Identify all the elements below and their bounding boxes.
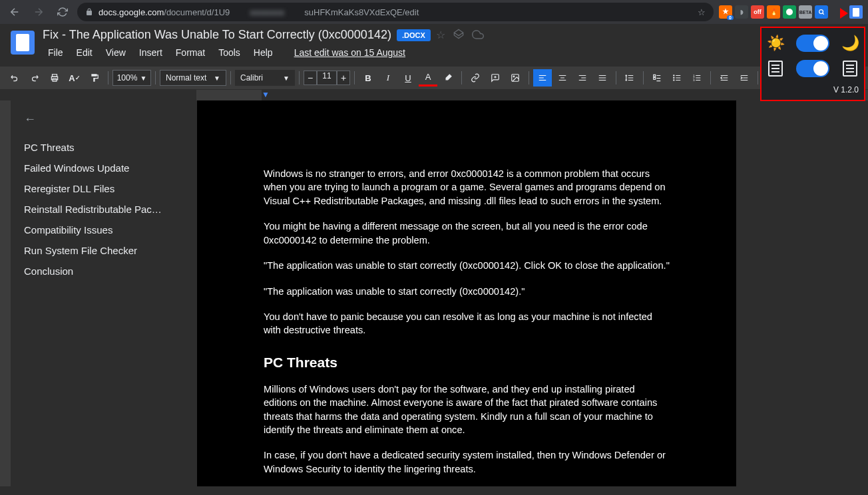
font-select[interactable]: Calibri▼	[235, 70, 295, 86]
star-document-icon[interactable]: ☆	[436, 29, 445, 41]
undo-button[interactable]	[5, 69, 24, 86]
paragraph[interactable]: "The application was unable to start cor…	[264, 285, 670, 298]
chevron-down-icon: ▼	[214, 75, 220, 82]
checklist-button[interactable]	[648, 69, 666, 86]
align-justify-button[interactable]	[593, 69, 612, 86]
menu-insert[interactable]: Insert	[134, 45, 168, 61]
comment-button[interactable]	[486, 69, 505, 86]
svg-point-10	[674, 77, 674, 78]
menu-bar: File Edit View Insert Format Tools Help …	[43, 45, 857, 61]
paint-format-button[interactable]	[85, 69, 104, 86]
zoom-select[interactable]: 100%▼	[112, 70, 151, 86]
numbered-list-button[interactable]: 123	[688, 69, 706, 86]
paragraph[interactable]: In case, if you don't have a dedicated s…	[264, 448, 670, 476]
indent-decrease-button[interactable]	[715, 69, 734, 86]
paragraph[interactable]: You might be having a different message …	[264, 220, 670, 247]
svg-rect-7	[654, 75, 656, 77]
redo-button[interactable]	[25, 69, 44, 86]
moon-icon: 🌙	[841, 35, 859, 52]
document-canvas[interactable]: Windows is no stranger to errors, and er…	[197, 100, 868, 486]
last-edit-link[interactable]: Last edit was on 15 August	[289, 45, 411, 61]
outline-item[interactable]: Compatibility Issues	[24, 220, 184, 240]
outline-item[interactable]: Reinstall Redistributable Pac…	[24, 199, 184, 220]
menu-tools[interactable]: Tools	[213, 45, 246, 61]
darkmode-toggle[interactable]	[796, 35, 829, 52]
extension-beta-icon[interactable]: BETA	[799, 5, 812, 19]
page-toggle[interactable]	[796, 60, 829, 77]
document-title[interactable]: Fix - The Application Was Unable To Star…	[43, 28, 391, 42]
address-bar[interactable]: docs.google.com/document/d/1U9xxxxxxxxsu…	[77, 3, 714, 21]
lock-icon	[85, 8, 93, 16]
extension-icon-1[interactable]: 0	[719, 5, 732, 19]
extension-version: V 1.2.0	[767, 85, 859, 94]
paragraph[interactable]: Millions of Windows users don't pay for …	[264, 383, 670, 437]
heading-2[interactable]: PC Threats	[264, 355, 670, 371]
indent-increase-button[interactable]	[735, 69, 754, 86]
paragraph[interactable]: You don't have to panic because you can …	[264, 310, 670, 337]
image-button[interactable]	[506, 69, 525, 86]
move-document-icon[interactable]	[453, 29, 464, 41]
font-size-decrease[interactable]: −	[304, 71, 317, 85]
bookmark-star-icon[interactable]: ☆	[698, 7, 706, 17]
vertical-ruler[interactable]	[0, 100, 11, 486]
reload-button[interactable]	[53, 3, 72, 21]
paragraph[interactable]: Windows is no stranger to errors, and er…	[264, 167, 670, 208]
menu-file[interactable]: File	[43, 45, 69, 61]
docs-extension-icon[interactable]	[849, 5, 863, 19]
underline-button[interactable]: U	[399, 69, 417, 86]
menu-help[interactable]: Help	[248, 45, 278, 61]
svg-point-0	[786, 9, 793, 15]
outline-item[interactable]: Run System File Checker	[24, 240, 184, 261]
outline-item[interactable]: Conclusion	[24, 261, 184, 281]
toolbar: A✓ 100%▼ Normal text▼ Calibri▼ − 11 + B …	[0, 66, 868, 90]
page-light-icon	[767, 60, 784, 77]
text-color-button[interactable]: A	[419, 69, 437, 86]
back-button[interactable]	[5, 3, 24, 21]
svg-text:3: 3	[693, 79, 695, 82]
svg-rect-8	[654, 77, 656, 79]
extension-icon-2[interactable]: ◗	[735, 5, 748, 19]
align-center-button[interactable]	[553, 69, 572, 86]
spellcheck-button[interactable]: A✓	[65, 69, 84, 86]
extension-off-icon[interactable]: off	[751, 5, 764, 19]
docs-header: Fix - The Application Was Unable To Star…	[0, 24, 868, 61]
svg-point-6	[513, 76, 515, 77]
bold-button[interactable]: B	[359, 69, 377, 86]
outline-item[interactable]: Failed Windows Update	[24, 158, 184, 178]
paragraph[interactable]: "The application was unable to start cor…	[264, 259, 670, 272]
menu-format[interactable]: Format	[170, 45, 210, 61]
url-text: docs.google.com/document/d/1U9xxxxxxxxsu…	[99, 7, 419, 17]
align-right-button[interactable]	[573, 69, 592, 86]
line-spacing-button[interactable]	[620, 69, 639, 86]
docx-badge: .DOCX	[397, 29, 431, 41]
paragraph-style-select[interactable]: Normal text▼	[160, 70, 226, 86]
font-size-increase[interactable]: +	[337, 71, 350, 85]
indent-marker[interactable]: ▼	[262, 90, 270, 99]
chevron-down-icon: ▼	[140, 75, 146, 82]
menu-edit[interactable]: Edit	[71, 45, 98, 61]
document-page[interactable]: Windows is no stranger to errors, and er…	[197, 100, 736, 486]
print-button[interactable]	[45, 69, 64, 86]
svg-point-9	[674, 75, 674, 76]
link-button[interactable]	[466, 69, 485, 86]
docs-logo[interactable]	[11, 31, 35, 55]
font-size-input[interactable]: 11	[317, 71, 337, 85]
highlight-button[interactable]	[439, 69, 457, 86]
outline-item[interactable]: PC Threats	[24, 137, 184, 158]
page-dark-icon	[841, 60, 859, 77]
bullet-list-button[interactable]	[668, 69, 686, 86]
forward-button[interactable]	[29, 3, 48, 21]
outline-item[interactable]: Reregister DLL Files	[24, 178, 184, 199]
document-outline: ← PC Threats Failed Windows Update Rereg…	[11, 100, 197, 486]
cloud-status-icon[interactable]	[472, 29, 484, 41]
svg-point-11	[674, 80, 674, 81]
align-left-button[interactable]	[533, 69, 552, 86]
extension-icon-4[interactable]	[783, 5, 796, 19]
outline-back-button[interactable]: ←	[24, 112, 36, 126]
browser-chrome: docs.google.com/document/d/1U9xxxxxxxxsu…	[0, 0, 868, 24]
extension-icon-3[interactable]: 🔥	[767, 5, 780, 19]
extension-badge: 0	[727, 15, 734, 20]
sun-icon: ☀️	[767, 35, 784, 52]
menu-view[interactable]: View	[101, 45, 131, 61]
italic-button[interactable]: I	[379, 69, 397, 86]
